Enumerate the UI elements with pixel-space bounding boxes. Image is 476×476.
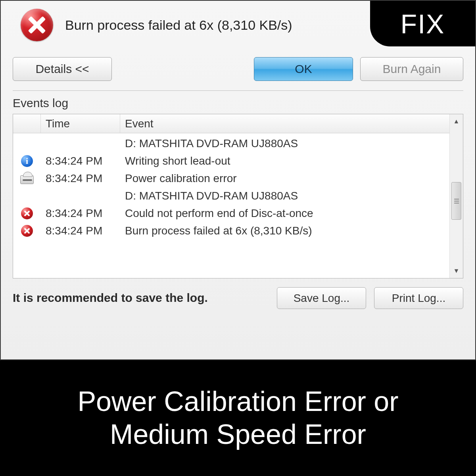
log-row[interactable]: D: MATSHITA DVD-RAM UJ880AS bbox=[13, 187, 449, 205]
save-log-button[interactable]: Save Log... bbox=[277, 287, 366, 309]
log-time: 8:34:24 PM bbox=[41, 225, 120, 237]
bottom-row: It is recommended to save the log. Save … bbox=[13, 287, 463, 309]
log-event: D: MATSHITA DVD-RAM UJ880AS bbox=[120, 190, 449, 202]
drive-icon bbox=[20, 175, 34, 184]
col-event[interactable]: Event bbox=[120, 114, 449, 133]
log-event: D: MATSHITA DVD-RAM UJ880AS bbox=[120, 137, 449, 150]
log-row[interactable]: 8:34:24 PMBurn process failed at 6x (8,3… bbox=[13, 222, 449, 240]
log-row[interactable]: 8:34:24 PMCould not perform end of Disc-… bbox=[13, 205, 449, 222]
log-time: 8:34:24 PM bbox=[41, 155, 120, 167]
log-event: Burn process failed at 6x (8,310 KB/s) bbox=[120, 225, 449, 237]
log-header: Time Event bbox=[13, 114, 449, 133]
divider bbox=[13, 90, 463, 91]
scrollbar[interactable]: ▲ ▼ bbox=[449, 114, 463, 278]
fix-badge: FIX bbox=[370, 1, 475, 46]
scroll-up-icon[interactable]: ▲ bbox=[450, 114, 463, 129]
print-log-button[interactable]: Print Log... bbox=[374, 287, 463, 309]
log-time: 8:34:24 PM bbox=[41, 207, 120, 220]
scroll-track[interactable] bbox=[450, 129, 463, 264]
log-time: 8:34:24 PM bbox=[41, 172, 120, 185]
button-row: Details << OK Burn Again bbox=[13, 53, 463, 90]
ok-button[interactable]: OK bbox=[254, 57, 353, 81]
dialog-title: Burn process failed at 6x (8,310 KB/s) bbox=[65, 17, 292, 33]
recommend-text: It is recommended to save the log. bbox=[13, 291, 269, 305]
log-row[interactable]: 8:34:24 PMWriting short lead-out bbox=[13, 152, 449, 170]
events-log: Time Event D: MATSHITA DVD-RAM UJ880AS8:… bbox=[13, 114, 463, 278]
error-icon bbox=[21, 9, 53, 41]
details-button[interactable]: Details << bbox=[13, 57, 112, 81]
error-dialog: FIX Burn process failed at 6x (8,310 KB/… bbox=[0, 0, 476, 360]
scroll-down-icon[interactable]: ▼ bbox=[450, 264, 463, 278]
col-time[interactable]: Time bbox=[41, 114, 120, 133]
log-event: Power calibration error bbox=[120, 172, 449, 185]
info-icon bbox=[21, 155, 33, 167]
article-caption: Power Calibration Error or Medium Speed … bbox=[0, 360, 476, 476]
events-log-label: Events log bbox=[13, 96, 463, 110]
err-icon bbox=[21, 225, 33, 237]
log-event: Writing short lead-out bbox=[120, 155, 449, 167]
log-event: Could not perform end of Disc-at-once bbox=[120, 207, 449, 220]
burn-again-button[interactable]: Burn Again bbox=[360, 57, 463, 81]
log-row[interactable]: D: MATSHITA DVD-RAM UJ880AS bbox=[13, 135, 449, 152]
scroll-thumb[interactable] bbox=[451, 182, 461, 220]
err-icon bbox=[21, 207, 33, 219]
log-row[interactable]: 8:34:24 PMPower calibration error bbox=[13, 170, 449, 187]
